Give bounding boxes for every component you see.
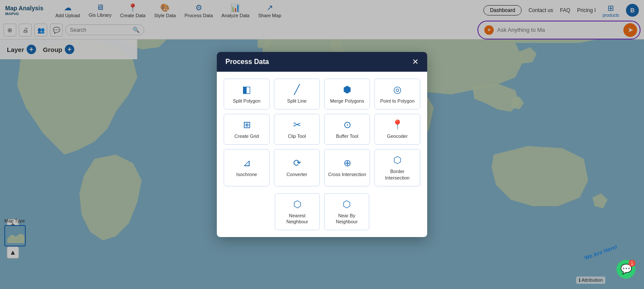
tool-label: Split Line [287, 98, 307, 104]
tool-btn-border-intersection[interactable]: ⬡ Border Intersection [374, 149, 420, 186]
tool-label: Converter [286, 171, 307, 177]
tool-btn-converter[interactable]: ⟳ Converter [274, 149, 320, 186]
tool-btn-near-by-neighbour[interactable]: ⬡ Near By Neighbour [324, 193, 369, 231]
modal-overlay[interactable]: Process Data ✕ ◧ Split Polygon ╱ Split L… [0, 0, 644, 289]
tool-btn-isochrone[interactable]: ⊿ Isochrone [224, 149, 270, 186]
process-data-modal: Process Data ✕ ◧ Split Polygon ╱ Split L… [217, 52, 427, 237]
chat-button[interactable]: 💬 1 [617, 260, 635, 279]
modal-title: Process Data [225, 58, 269, 66]
tool-label: Near By Neighbour [328, 213, 365, 225]
tool-icon: ⟳ [293, 158, 301, 169]
tool-label: Point to Polygon [380, 98, 414, 104]
modal-close-button[interactable]: ✕ [412, 58, 419, 66]
tool-icon: ⊿ [243, 158, 251, 169]
tool-label: Clip Tool [288, 133, 306, 139]
tool-icon: ⊙ [343, 119, 351, 131]
tool-btn-cross-intersection[interactable]: ⊕ Cross Intersection [324, 149, 370, 186]
tool-icon: ⬡ [343, 199, 351, 210]
tool-btn-create-grid[interactable]: ⊞ Create Grid [224, 114, 270, 145]
tool-icon: 📍 [392, 119, 403, 131]
modal-tools-grid: ◧ Split Polygon ╱ Split Line ⬢ Merge Pol… [217, 72, 427, 193]
tool-label: Buffer Tool [336, 133, 358, 139]
tool-btn-split-polygon[interactable]: ◧ Split Polygon [224, 79, 270, 110]
tool-label: Nearest Neighbour [279, 213, 316, 225]
tool-label: Create Grid [234, 133, 259, 139]
tool-icon: ⬡ [293, 199, 301, 210]
tool-icon: ◎ [393, 84, 401, 95]
tool-icon: ⊞ [243, 119, 251, 131]
tool-icon: ⊕ [343, 158, 351, 169]
tool-btn-nearest-neighbour[interactable]: ⬡ Nearest Neighbour [275, 193, 320, 231]
tool-icon: ⬢ [343, 84, 351, 95]
tool-icon: ◧ [242, 84, 251, 95]
tool-label: Geocoder [387, 133, 407, 139]
tool-label: Split Polygon [233, 98, 260, 104]
chat-badge: 1 [629, 260, 635, 267]
modal-header: Process Data ✕ [217, 52, 427, 72]
tool-icon: ╱ [294, 84, 300, 95]
tool-icon: ✂ [293, 119, 301, 131]
tool-label: Cross Intersection [328, 171, 366, 177]
tool-btn-clip-tool[interactable]: ✂ Clip Tool [274, 114, 320, 145]
tool-label: Border Intersection [378, 168, 416, 181]
tool-btn-merge-polygons[interactable]: ⬢ Merge Polygons [324, 79, 370, 110]
tool-icon: ⬡ [393, 155, 401, 166]
tool-btn-split-line[interactable]: ╱ Split Line [274, 79, 320, 110]
tool-btn-geocoder[interactable]: 📍 Geocoder [374, 114, 420, 145]
modal-bottom-row: ⬡ Nearest Neighbour ⬡ Near By Neighbour [217, 193, 427, 237]
tool-btn-point-to-polygon[interactable]: ◎ Point to Polygon [374, 79, 420, 110]
tool-label: Isochrone [236, 171, 257, 177]
tool-btn-buffer-tool[interactable]: ⊙ Buffer Tool [324, 114, 370, 145]
tool-label: Merge Polygons [330, 98, 365, 104]
